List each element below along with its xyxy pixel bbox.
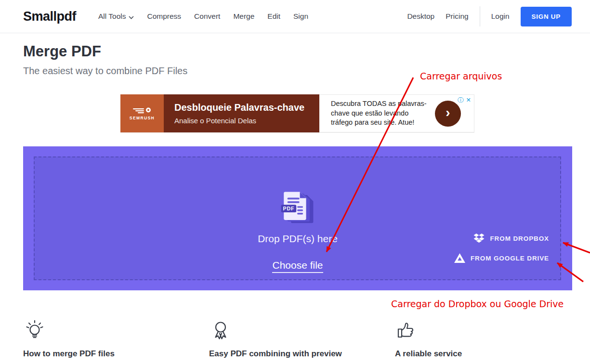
ad-info-icon[interactable]: ⓘ bbox=[458, 96, 464, 104]
ad-banner[interactable]: semrush Desbloqueie Palavras-chave Anali… bbox=[120, 94, 474, 132]
header-divider bbox=[480, 6, 480, 26]
ad-body-text: Descubra TODAS as palavras-chave que est… bbox=[331, 99, 427, 128]
annotation-upload-files: Carregar arquivos bbox=[420, 71, 502, 81]
nav-desktop[interactable]: Desktop bbox=[407, 12, 434, 21]
feature-title: How to merge PDF files bbox=[23, 349, 201, 359]
ad-message-panel: Desbloqueie Palavras-chave Analise o Pot… bbox=[164, 94, 319, 132]
feature-how-to-merge: How to merge PDF files Drag and drop you… bbox=[23, 319, 201, 364]
ad-headline: Desbloqueie Palavras-chave bbox=[174, 102, 319, 113]
ad-choices: ⓘ ✕ bbox=[458, 96, 471, 104]
sign-up-button[interactable]: SIGN UP bbox=[521, 7, 572, 26]
nav-pricing[interactable]: Pricing bbox=[446, 12, 468, 21]
lightbulb-icon bbox=[23, 319, 46, 342]
from-google-drive-button[interactable]: FROM GOOGLE DRIVE bbox=[454, 253, 549, 263]
google-drive-icon bbox=[454, 253, 465, 263]
nav-convert[interactable]: Convert bbox=[194, 12, 220, 21]
chevron-right-icon: › bbox=[446, 105, 450, 120]
nav-edit[interactable]: Edit bbox=[267, 12, 280, 21]
choose-file-link[interactable]: Choose file bbox=[272, 260, 323, 273]
nav-all-tools[interactable]: All Tools bbox=[98, 12, 134, 21]
header-right: Desktop Pricing Login SIGN UP bbox=[407, 6, 572, 26]
page-subtitle: The easiest way to combine PDF Files bbox=[23, 65, 187, 77]
ad-close-icon[interactable]: ✕ bbox=[466, 96, 471, 104]
ad-advertiser-logo: semrush bbox=[120, 94, 164, 132]
smallpdf-logo[interactable]: Smallpdf bbox=[23, 9, 76, 24]
feature-title: A reliable service bbox=[395, 349, 573, 359]
nav-merge[interactable]: Merge bbox=[233, 12, 254, 21]
award-icon bbox=[209, 319, 232, 342]
main-nav: All Tools Compress Convert Merge Edit Si… bbox=[98, 12, 308, 21]
ad-brand-name: semrush bbox=[130, 116, 155, 120]
dropbox-icon bbox=[473, 234, 485, 243]
ad-text-panel: Descubra TODAS as palavras-chave que est… bbox=[319, 94, 474, 132]
cloud-import-buttons: FROM DROPBOX FROM GOOGLE DRIVE bbox=[454, 234, 549, 263]
pdf-file-stack-icon: PDF bbox=[279, 191, 316, 223]
semrush-comet-icon bbox=[132, 107, 152, 114]
ad-cta-button[interactable]: › bbox=[435, 101, 461, 127]
chevron-down-icon bbox=[129, 13, 134, 21]
feature-title: Easy PDF combining with preview bbox=[209, 349, 387, 359]
hero-section: Merge PDF The easiest way to combine PDF… bbox=[23, 43, 187, 77]
feature-easy-combining: Easy PDF combining with preview By dragg… bbox=[209, 319, 387, 364]
top-navigation-bar: Smallpdf All Tools Compress Convert Merg… bbox=[0, 0, 590, 33]
thumbs-up-icon bbox=[395, 319, 418, 342]
from-dropbox-button[interactable]: FROM DROPBOX bbox=[473, 234, 549, 243]
pdf-badge-label: PDF bbox=[283, 206, 294, 211]
feature-reliable-service: A reliable service To merge PDFs or just… bbox=[395, 319, 573, 364]
from-google-drive-label: FROM GOOGLE DRIVE bbox=[471, 255, 549, 262]
nav-sign[interactable]: Sign bbox=[293, 12, 308, 21]
from-dropbox-label: FROM DROPBOX bbox=[490, 235, 549, 242]
pdf-dropzone[interactable]: PDF Drop PDF(s) here Choose file FROM DR… bbox=[23, 146, 572, 290]
annotation-cloud-import: Carregar do Dropbox ou Google Drive bbox=[391, 299, 564, 309]
nav-compress[interactable]: Compress bbox=[147, 12, 181, 21]
page-title: Merge PDF bbox=[23, 43, 187, 60]
login-link[interactable]: Login bbox=[491, 12, 510, 21]
ad-subheadline: Analise o Potencial Delas bbox=[174, 117, 319, 125]
